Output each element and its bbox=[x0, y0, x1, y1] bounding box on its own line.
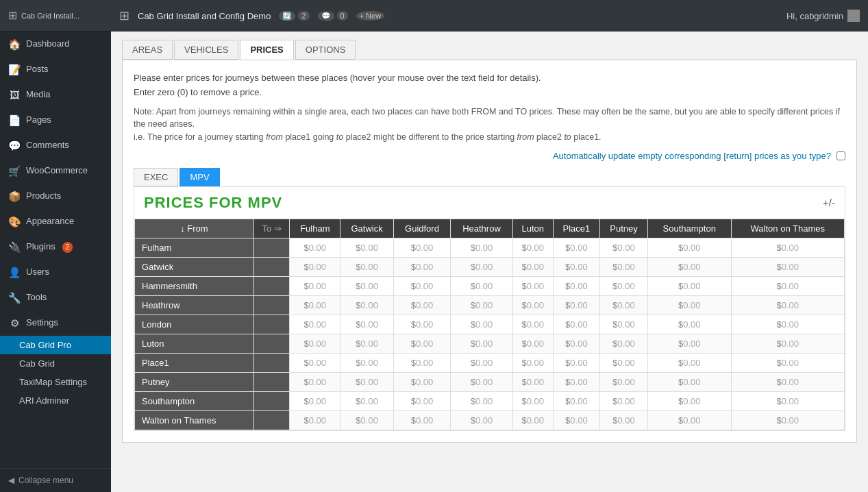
price-cell[interactable]: $0.00 bbox=[450, 372, 512, 391]
price-cell[interactable]: $0.00 bbox=[394, 353, 451, 372]
price-cell[interactable]: $0.00 bbox=[450, 410, 512, 430]
price-cell[interactable]: $0.00 bbox=[340, 410, 394, 430]
price-cell[interactable]: $0.00 bbox=[290, 391, 340, 410]
price-cell[interactable]: $0.00 bbox=[513, 391, 554, 410]
price-cell[interactable]: $0.00 bbox=[290, 257, 340, 276]
sidebar-item-cab-grid-pro[interactable]: Cab Grid Pro bbox=[0, 336, 111, 354]
price-cell[interactable]: $0.00 bbox=[600, 276, 648, 295]
price-cell[interactable]: $0.00 bbox=[731, 334, 844, 353]
price-cell[interactable]: $0.00 bbox=[600, 353, 648, 372]
price-cell[interactable]: $0.00 bbox=[731, 238, 844, 257]
price-cell[interactable]: $0.00 bbox=[340, 276, 394, 295]
sidebar-item-media[interactable]: 🖼 Media bbox=[0, 82, 111, 108]
price-cell[interactable]: $0.00 bbox=[394, 315, 451, 334]
price-cell[interactable]: $0.00 bbox=[290, 295, 340, 315]
price-cell[interactable]: $0.00 bbox=[394, 372, 451, 391]
price-cell[interactable]: $0.00 bbox=[394, 257, 451, 276]
price-cell[interactable]: $0.00 bbox=[600, 372, 648, 391]
price-cell[interactable]: $0.00 bbox=[394, 391, 451, 410]
price-cell[interactable]: $0.00 bbox=[340, 353, 394, 372]
price-cell[interactable]: $0.00 bbox=[600, 315, 648, 334]
price-cell[interactable]: $0.00 bbox=[290, 334, 340, 353]
price-cell[interactable]: $0.00 bbox=[513, 257, 554, 276]
new-item[interactable]: + New bbox=[356, 11, 385, 21]
price-cell[interactable]: $0.00 bbox=[600, 410, 648, 430]
price-cell[interactable]: $0.00 bbox=[600, 391, 648, 410]
price-cell[interactable]: $0.00 bbox=[647, 410, 731, 430]
price-cell[interactable]: $0.00 bbox=[647, 391, 731, 410]
admin-site-title[interactable]: Cab Grid Install and Config Demo bbox=[138, 11, 271, 21]
price-cell[interactable]: $0.00 bbox=[600, 238, 648, 257]
price-cell[interactable]: $0.00 bbox=[600, 295, 648, 315]
sidebar-item-users[interactable]: 👤 Users bbox=[0, 260, 111, 285]
price-cell[interactable]: $0.00 bbox=[340, 334, 394, 353]
price-cell[interactable]: $0.00 bbox=[340, 372, 394, 391]
sidebar-item-appearance[interactable]: 🎨 Appearance bbox=[0, 209, 111, 234]
price-cell[interactable]: $0.00 bbox=[290, 353, 340, 372]
price-cell[interactable]: $0.00 bbox=[553, 257, 600, 276]
tab-areas[interactable]: AREAS bbox=[122, 40, 173, 60]
price-cell[interactable]: $0.00 bbox=[513, 295, 554, 315]
price-cell[interactable]: $0.00 bbox=[731, 372, 844, 391]
price-cell[interactable]: $0.00 bbox=[290, 410, 340, 430]
price-cell[interactable]: $0.00 bbox=[450, 391, 512, 410]
price-cell[interactable]: $0.00 bbox=[290, 372, 340, 391]
sidebar-item-posts[interactable]: 📝 Posts bbox=[0, 57, 111, 82]
sidebar-item-comments[interactable]: 💬 Comments bbox=[0, 133, 111, 158]
price-cell[interactable]: $0.00 bbox=[647, 315, 731, 334]
price-cell[interactable]: $0.00 bbox=[513, 410, 554, 430]
price-cell[interactable]: $0.00 bbox=[290, 276, 340, 295]
price-cell[interactable]: $0.00 bbox=[340, 257, 394, 276]
price-cell[interactable]: $0.00 bbox=[450, 276, 512, 295]
plus-minus-button[interactable]: +/- bbox=[823, 197, 835, 208]
price-cell[interactable]: $0.00 bbox=[340, 238, 394, 257]
price-cell[interactable]: $0.00 bbox=[513, 353, 554, 372]
sidebar-item-woocommerce[interactable]: 🛒 WooCommerce bbox=[0, 158, 111, 184]
price-cell[interactable]: $0.00 bbox=[647, 238, 731, 257]
price-cell[interactable]: $0.00 bbox=[394, 295, 451, 315]
price-cell[interactable]: $0.00 bbox=[513, 238, 554, 257]
price-cell[interactable]: $0.00 bbox=[513, 276, 554, 295]
price-cell[interactable]: $0.00 bbox=[450, 315, 512, 334]
price-cell[interactable]: $0.00 bbox=[340, 295, 394, 315]
price-cell[interactable]: $0.00 bbox=[553, 391, 600, 410]
price-cell[interactable]: $0.00 bbox=[731, 257, 844, 276]
sidebar-item-ari-adminer[interactable]: ARI Adminer bbox=[0, 391, 111, 410]
price-cell[interactable]: $0.00 bbox=[290, 238, 340, 257]
price-cell[interactable]: $0.00 bbox=[340, 315, 394, 334]
price-cell[interactable]: $0.00 bbox=[731, 410, 844, 430]
collapse-menu-button[interactable]: ◀ Collapse menu bbox=[0, 468, 111, 492]
price-cell[interactable]: $0.00 bbox=[450, 238, 512, 257]
price-cell[interactable]: $0.00 bbox=[450, 334, 512, 353]
price-cell[interactable]: $0.00 bbox=[647, 334, 731, 353]
price-cell[interactable]: $0.00 bbox=[600, 334, 648, 353]
tab-options[interactable]: OPTIONS bbox=[295, 40, 356, 60]
price-cell[interactable]: $0.00 bbox=[394, 276, 451, 295]
price-cell[interactable]: $0.00 bbox=[553, 334, 600, 353]
price-cell[interactable]: $0.00 bbox=[553, 295, 600, 315]
price-cell[interactable]: $0.00 bbox=[647, 372, 731, 391]
price-cell[interactable]: $0.00 bbox=[450, 353, 512, 372]
price-cell[interactable]: $0.00 bbox=[290, 315, 340, 334]
tab-prices[interactable]: PRICES bbox=[240, 40, 293, 60]
price-cell[interactable]: $0.00 bbox=[553, 238, 600, 257]
price-cell[interactable]: $0.00 bbox=[394, 334, 451, 353]
price-cell[interactable]: $0.00 bbox=[731, 353, 844, 372]
price-cell[interactable]: $0.00 bbox=[513, 372, 554, 391]
vehicle-tab-exec[interactable]: EXEC bbox=[134, 168, 178, 186]
price-cell[interactable]: $0.00 bbox=[450, 257, 512, 276]
vehicle-tab-mpv[interactable]: MPV bbox=[179, 168, 219, 186]
price-cell[interactable]: $0.00 bbox=[340, 391, 394, 410]
price-cell[interactable]: $0.00 bbox=[394, 410, 451, 430]
sidebar-item-plugins[interactable]: 🔌 Plugins 2 bbox=[0, 234, 111, 260]
updates-item[interactable]: 🔄 2 bbox=[279, 11, 309, 21]
price-cell[interactable]: $0.00 bbox=[553, 372, 600, 391]
sidebar-item-pages[interactable]: 📄 Pages bbox=[0, 108, 111, 133]
price-cell[interactable]: $0.00 bbox=[731, 391, 844, 410]
price-cell[interactable]: $0.00 bbox=[647, 257, 731, 276]
price-cell[interactable]: $0.00 bbox=[450, 295, 512, 315]
auto-update-checkbox[interactable] bbox=[836, 151, 845, 160]
price-cell[interactable]: $0.00 bbox=[553, 315, 600, 334]
tab-vehicles[interactable]: VEHICLES bbox=[174, 40, 238, 60]
price-cell[interactable]: $0.00 bbox=[553, 353, 600, 372]
